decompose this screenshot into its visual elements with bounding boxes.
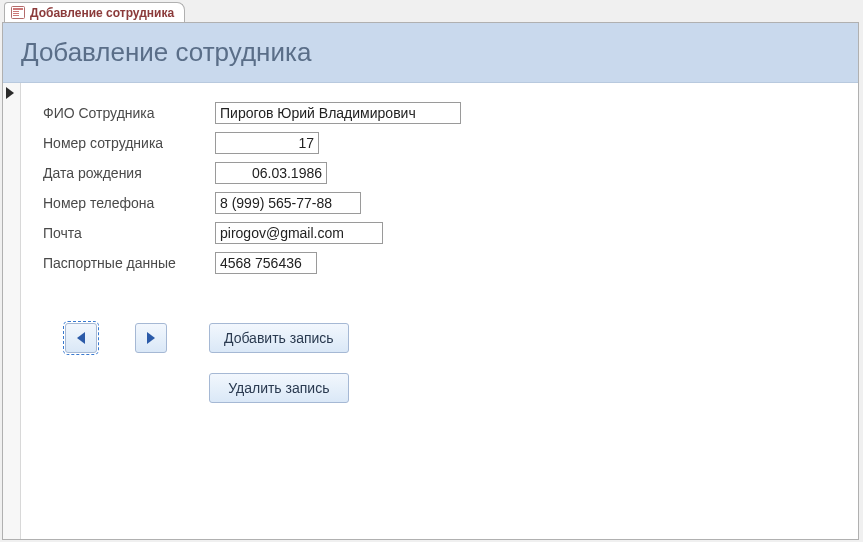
add-record-button[interactable]: Добавить запись (209, 323, 349, 353)
emp-number-label: Номер сотрудника (43, 135, 215, 151)
tab-label: Добавление сотрудника (30, 6, 174, 20)
form-header: Добавление сотрудника (3, 23, 858, 83)
birthdate-input[interactable] (215, 162, 327, 184)
prev-record-button[interactable] (65, 323, 97, 353)
tab-strip: Добавление сотрудника (0, 0, 863, 22)
passport-input[interactable] (215, 252, 317, 274)
tab-add-employee[interactable]: Добавление сотрудника (4, 2, 185, 22)
form-body: ФИО Сотрудника Номер сотрудника Дата рож… (3, 83, 858, 539)
delete-record-button[interactable]: Удалить запись (209, 373, 349, 403)
svg-rect-4 (13, 15, 19, 16)
phone-input[interactable] (215, 192, 361, 214)
fullname-input[interactable] (215, 102, 461, 124)
passport-label: Паспортные данные (43, 255, 215, 271)
svg-rect-1 (13, 8, 23, 10)
fullname-label: ФИО Сотрудника (43, 105, 215, 121)
form-area: Добавление сотрудника ФИО Сотрудника Ном… (2, 22, 859, 540)
svg-rect-3 (13, 13, 19, 14)
record-selector[interactable] (3, 83, 21, 539)
birthdate-label: Дата рождения (43, 165, 215, 181)
current-record-indicator-icon (6, 87, 14, 99)
emp-number-input[interactable] (215, 132, 319, 154)
form-icon (11, 6, 25, 19)
phone-label: Номер телефона (43, 195, 215, 211)
page-title: Добавление сотрудника (21, 37, 311, 68)
buttons-row: Добавить запись Удалить запись (65, 323, 461, 403)
fields-panel: ФИО Сотрудника Номер сотрудника Дата рож… (21, 83, 461, 539)
chevron-left-icon (77, 332, 85, 344)
email-input[interactable] (215, 222, 383, 244)
svg-rect-2 (13, 11, 19, 12)
email-label: Почта (43, 225, 215, 241)
next-record-button[interactable] (135, 323, 167, 353)
chevron-right-icon (147, 332, 155, 344)
